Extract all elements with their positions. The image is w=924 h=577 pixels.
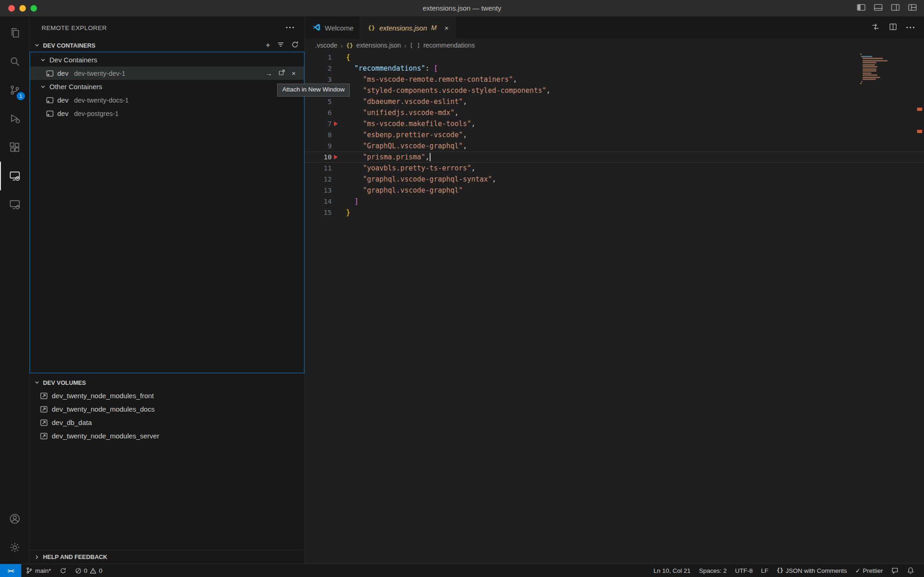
minimap[interactable] (860, 54, 915, 85)
formatter-item[interactable]: ✓ Prettier (851, 567, 887, 574)
code-line-2[interactable]: 2 "recommendations": [ (305, 63, 924, 74)
line-number: 12 (305, 174, 332, 185)
volume-item-dev_twenty_node_modules_docs[interactable]: dev_twenty_node_modules_docs (30, 402, 304, 416)
editor-more-actions-icon[interactable]: ··· (906, 23, 916, 33)
chevron-down-icon (33, 42, 41, 49)
code-line-9[interactable]: 9 "GraphQL.vscode-graphql", (305, 140, 924, 152)
close-window-button[interactable] (8, 5, 15, 12)
remote-indicator[interactable]: >< (0, 564, 21, 577)
section-dev-containers[interactable]: DEV CONTAINERS + (30, 39, 304, 52)
volume-label: dev_twenty_node_modules_front (52, 392, 154, 400)
indentation-item[interactable]: Spaces: 2 (695, 567, 731, 574)
search-icon[interactable] (0, 47, 29, 76)
feedback-item[interactable] (887, 567, 903, 574)
code-line-1[interactable]: 1{ (305, 52, 924, 63)
stop-container-icon[interactable]: × (292, 69, 296, 77)
title-bar: extensions.json — twenty (0, 0, 924, 17)
container-item-dev-twenty-dev-1[interactable]: devdev-twenty-dev-1→× (30, 67, 304, 80)
gutter (332, 174, 340, 185)
container-group-other-containers[interactable]: Other Containers (30, 80, 304, 93)
breadcrumb-symbol[interactable]: recommendations (423, 42, 474, 49)
volume-item-dev_twenty_node_modules_front[interactable]: dev_twenty_node_modules_front (30, 389, 304, 402)
section-label: HELP AND FEEDBACK (43, 553, 107, 560)
code-text: "graphql.vscode-graphql" (340, 185, 463, 196)
remote-explorer-icon[interactable] (0, 162, 29, 190)
extensions-icon[interactable] (0, 133, 29, 162)
minimap-line (861, 56, 872, 57)
encoding-item[interactable]: UTF-8 (731, 567, 757, 574)
editor-group: Welcome {} extensions.json M × ··· .vsco… (305, 17, 924, 564)
refresh-icon[interactable] (291, 41, 299, 50)
git-branch-icon (25, 567, 33, 574)
gutter (332, 196, 340, 207)
gutter (332, 185, 340, 196)
volume-item-dev_db_data[interactable]: dev_db_data (30, 416, 304, 429)
breadcrumb-separator: › (404, 42, 407, 49)
toggle-secondary-sidebar-icon[interactable] (890, 2, 900, 14)
container-group-dev-containers[interactable]: Dev Containers (30, 53, 304, 67)
tooltip: Attach in New Window (277, 84, 350, 97)
code-text: } (340, 207, 350, 218)
maximize-window-button[interactable] (30, 5, 37, 12)
dev-containers-tree: Dev Containersdevdev-twenty-dev-1→×Other… (30, 52, 304, 373)
filter-list-icon[interactable] (277, 41, 285, 50)
formatter-name: Prettier (863, 567, 883, 574)
code-line-13[interactable]: 13 "graphql.vscode-graphql" (305, 185, 924, 196)
code-line-14[interactable]: 14 ] (305, 196, 924, 207)
code-line-8[interactable]: 8 "esbenp.prettier-vscode", (305, 129, 924, 140)
source-control-icon[interactable]: 1 (0, 76, 29, 104)
section-label: DEV CONTAINERS (43, 42, 96, 49)
code-line-10[interactable]: 10 "prisma.prisma", (305, 152, 924, 163)
git-branch-item[interactable]: main* (21, 564, 55, 577)
open-changes-icon[interactable] (871, 22, 880, 33)
code-line-4[interactable]: 4 "styled-components.vscode-styled-compo… (305, 85, 924, 96)
attach-new-window-icon[interactable] (278, 69, 286, 78)
line-number: 7 (305, 118, 332, 129)
eol-item[interactable]: LF (757, 567, 772, 574)
minimize-window-button[interactable] (19, 5, 26, 12)
gutter (332, 129, 340, 140)
tab-welcome[interactable]: Welcome (305, 17, 360, 39)
code-line-7[interactable]: 7 "ms-vscode.makefile-tools", (305, 118, 924, 129)
encoding: UTF-8 (735, 567, 753, 574)
code-area[interactable]: 1{2 "recommendations": [3 "ms-vscode-rem… (305, 52, 924, 564)
code-line-5[interactable]: 5 "dbaeumer.vscode-eslint", (305, 96, 924, 107)
close-tab-icon[interactable]: × (444, 24, 449, 32)
run-debug-icon[interactable] (0, 104, 29, 133)
container-item-dev-twenty-docs-1[interactable]: devdev-twenty-docs-1 (30, 93, 304, 107)
sync-item[interactable] (55, 564, 71, 577)
errors-count: 0 (84, 567, 88, 574)
code-line-12[interactable]: 12 "graphql.vscode-graphql-syntax", (305, 174, 924, 185)
breadcrumb-folder[interactable]: .vscode (315, 42, 337, 49)
toggle-panel-icon[interactable] (873, 2, 883, 14)
code-line-11[interactable]: 11 "yoavbls.pretty-ts-errors", (305, 163, 924, 174)
notifications-item[interactable] (903, 567, 918, 574)
volume-icon (40, 419, 48, 427)
section-help-and-feedback[interactable]: HELP AND FEEDBACK (30, 550, 304, 564)
container-item-dev-postgres-1[interactable]: devdev-postgres-1 (30, 107, 304, 120)
section-dev-volumes[interactable]: DEV VOLUMES (30, 376, 304, 389)
code-line-15[interactable]: 15} (305, 207, 924, 218)
new-dev-container-icon[interactable]: + (266, 41, 270, 50)
toggle-primary-sidebar-icon[interactable] (856, 2, 866, 14)
language-mode-item[interactable]: {} JSON with Comments (772, 567, 851, 574)
container-icon (46, 96, 54, 104)
split-editor-icon[interactable] (888, 22, 898, 33)
overview-ruler-mark (917, 108, 922, 111)
accounts-icon[interactable] (0, 504, 29, 533)
tab-extensions-json[interactable]: {} extensions.json M × (360, 17, 456, 39)
attach-current-window-icon[interactable]: → (265, 69, 272, 77)
problems-item[interactable]: 0 0 (71, 564, 107, 577)
code-text: "dbaeumer.vscode-eslint", (340, 96, 467, 107)
cursor-position-item[interactable]: Ln 10, Col 21 (650, 567, 695, 574)
volume-item-dev_twenty_node_modules_server[interactable]: dev_twenty_node_modules_server (30, 429, 304, 443)
views-more-actions-icon[interactable]: ··· (286, 23, 295, 33)
explorer-icon[interactable] (0, 18, 29, 47)
code-line-3[interactable]: 3 "ms-vscode-remote.remote-containers", (305, 74, 924, 85)
code-line-6[interactable]: 6 "unifiedjs.vscode-mdx", (305, 107, 924, 118)
check-icon: ✓ (855, 567, 860, 574)
customize-layout-icon[interactable] (907, 2, 918, 14)
dev-containers-icon[interactable] (0, 190, 29, 219)
breadcrumb-file[interactable]: extensions.json (356, 42, 401, 49)
settings-gear-icon[interactable] (0, 533, 29, 562)
